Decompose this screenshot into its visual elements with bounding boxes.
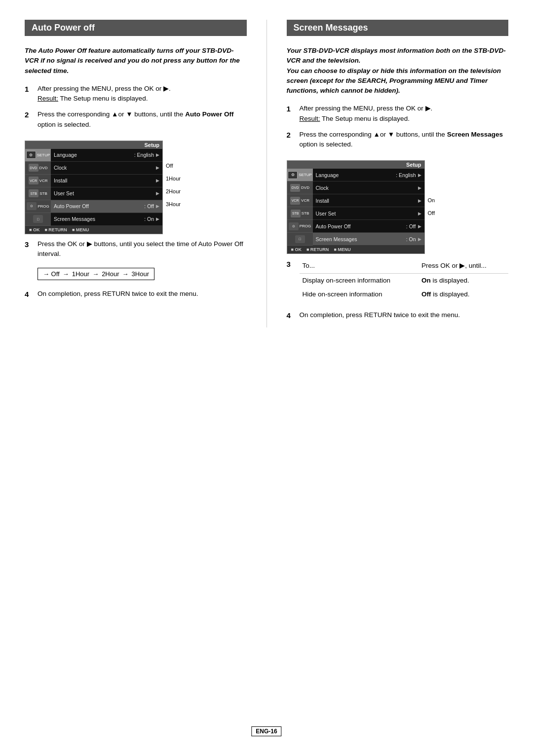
step-content: Press the corresponding ▲or ▼ buttons, u… bbox=[300, 130, 509, 150]
stb-icon-row: STB STB bbox=[25, 187, 51, 200]
vcr-icon-row: VCR VCR bbox=[287, 194, 313, 207]
setup-label: SETUP bbox=[299, 173, 312, 177]
step-result: Result: bbox=[38, 95, 58, 102]
setup-icon-row: ⚙ SETUP bbox=[287, 169, 313, 181]
prog-icon: ⊙ bbox=[289, 222, 299, 230]
menu-row-clock: Clock ▶ bbox=[51, 162, 162, 175]
menu-box: Setup ⚙ SETUP DVD DVD bbox=[287, 160, 425, 254]
label-3hour: 3Hour bbox=[166, 198, 181, 211]
vcr-icon: VCR bbox=[29, 177, 38, 184]
stb-icon-row: STB STB bbox=[287, 207, 313, 220]
arrow-off: → Off bbox=[43, 270, 60, 278]
dvd-label: DVD bbox=[39, 166, 48, 170]
menu-header: Setup bbox=[25, 141, 162, 149]
step-number: 4 bbox=[25, 289, 33, 300]
menu-row-language: Language : English ▶ bbox=[313, 169, 424, 181]
arrow-3hour: 3Hour bbox=[132, 270, 149, 278]
menu-row-install: Install ▶ bbox=[51, 175, 162, 187]
column-divider bbox=[266, 20, 267, 327]
left-menu-diagram: Setup ⚙ SETUP DVD DVD bbox=[25, 136, 247, 239]
stb-icon: STB bbox=[29, 189, 38, 197]
result-on: On is displayed. bbox=[419, 273, 508, 288]
menu-footer: ■ OK ■ RETURN ■ MENU bbox=[25, 226, 162, 234]
dvd-icon-row: DVD DVD bbox=[287, 181, 313, 194]
label-off: Off bbox=[166, 159, 181, 172]
right-intro: Your STB-DVD-VCR displays most informati… bbox=[287, 46, 509, 96]
step-number: 3 bbox=[25, 239, 33, 259]
extra-icon: □ bbox=[33, 215, 43, 223]
footer-ok: ■ OK bbox=[29, 227, 39, 232]
setup-icon: ⚙ bbox=[26, 151, 36, 159]
menu-box: Setup ⚙ SETUP DVD DVD bbox=[25, 141, 163, 234]
footer-menu: ■ MENU bbox=[334, 247, 350, 252]
menu-row-language: Language : English ▶ bbox=[51, 149, 162, 162]
label-off: Off bbox=[428, 207, 435, 219]
menu-icons: ⚙ SETUP DVD DVD VCR VCR bbox=[287, 169, 313, 246]
left-intro: The Auto Power Off feature automatically… bbox=[25, 46, 247, 76]
arrow-1hour: 1Hour bbox=[72, 270, 89, 278]
step-number: 3 bbox=[287, 259, 295, 307]
option-name: Screen Messages bbox=[447, 131, 503, 138]
info-table: To... Press OK or ▶, until... Display on… bbox=[300, 259, 509, 301]
table-header-row: To... Press OK or ▶, until... bbox=[300, 259, 509, 273]
step-content: Press the corresponding ▲or ▼ buttons, u… bbox=[38, 109, 247, 130]
menu-body: ⚙ SETUP DVD DVD VCR VCR bbox=[287, 169, 424, 246]
right-step-2: 2 Press the corresponding ▲or ▼ buttons,… bbox=[287, 130, 509, 150]
left-step-1: 1 After pressing the MENU, press the OK … bbox=[25, 84, 247, 104]
stb-label: STB bbox=[302, 211, 309, 216]
prog-icon-row: ⊙ PROG bbox=[287, 220, 313, 233]
menu-row-autopoweroff: Auto Power Off : Off ▶ bbox=[313, 220, 424, 233]
stb-icon: STB bbox=[291, 210, 301, 217]
menu-row-userset: User Set ▶ bbox=[313, 207, 424, 220]
prog-label: PROG bbox=[38, 204, 49, 209]
menu-icons: ⚙ SETUP DVD DVD VCR VCR bbox=[25, 149, 51, 226]
page-number: ENG-16 bbox=[251, 726, 281, 736]
menu-labels: Language : English ▶ Clock ▶ Install ▶ bbox=[313, 169, 424, 246]
vcr-icon-row: VCR VCR bbox=[25, 175, 51, 187]
left-column: Auto Power off The Auto Power Off featur… bbox=[25, 20, 247, 327]
setup-label: SETUP bbox=[37, 153, 50, 157]
step-number: 2 bbox=[287, 130, 295, 150]
dvd-icon: DVD bbox=[29, 164, 38, 172]
step-content: After pressing the MENU, press the OK or… bbox=[300, 104, 509, 124]
menu-footer: ■ OK ■ RETURN ■ MENU bbox=[287, 246, 424, 253]
label-1hour: 1Hour bbox=[166, 172, 181, 185]
dvd-label: DVD bbox=[301, 185, 309, 190]
on-bold: On bbox=[421, 277, 431, 284]
right-intro-text: Your STB-DVD-VCR displays most informati… bbox=[287, 47, 506, 94]
right-step-1: 1 After pressing the MENU, press the OK … bbox=[287, 104, 509, 124]
right-step-3: 3 To... Press OK or ▶, until... Display … bbox=[287, 259, 509, 307]
menu-labels: Language : English ▶ Clock ▶ Install ▶ bbox=[51, 149, 162, 226]
footer-return: ■ RETURN bbox=[306, 247, 329, 252]
extra-icon-row: □ bbox=[25, 213, 51, 226]
result-off: Off is displayed. bbox=[419, 288, 508, 301]
menu-row-install: Install ▶ bbox=[313, 194, 424, 207]
action-hide: Hide on-screen information bbox=[300, 288, 419, 301]
right-side-labels: On Off bbox=[428, 155, 435, 219]
right-step-4: 4 On completion, press RETURN twice to e… bbox=[287, 310, 509, 322]
right-section-header: Screen Messages bbox=[287, 20, 509, 36]
arrow-sep3: → bbox=[122, 270, 129, 278]
left-step-2: 2 Press the corresponding ▲or ▼ buttons,… bbox=[25, 109, 247, 130]
step-result-text: The Setup menu is displayed. bbox=[320, 115, 410, 122]
label-2hour: 2Hour bbox=[166, 185, 181, 198]
menu-row-screenmessages: Screen Messages : On ▶ bbox=[51, 213, 162, 226]
left-step-4: 4 On completion, press RETURN twice to e… bbox=[25, 289, 247, 300]
dvd-icon-row: DVD DVD bbox=[25, 162, 51, 175]
option-name: Auto Power Off bbox=[185, 110, 233, 118]
arrow-sep1: → bbox=[63, 270, 69, 278]
setup-icon-row: ⚙ SETUP bbox=[25, 149, 51, 162]
prog-icon: ⊙ bbox=[27, 202, 37, 210]
step-content: After pressing the MENU, press the OK or… bbox=[38, 84, 247, 104]
arrow-path-container: → Off → 1Hour → 2Hour → 3Hour bbox=[38, 265, 247, 283]
left-side-labels: Off 1Hour 2Hour 3Hour bbox=[166, 136, 181, 211]
left-step-3: 3 Press the OK or ▶ buttons, until you s… bbox=[25, 239, 247, 259]
stb-label: STB bbox=[39, 191, 47, 196]
step-content: Press the OK or ▶ buttons, until you sel… bbox=[38, 239, 247, 259]
prog-label: PROG bbox=[300, 224, 311, 228]
step-number: 2 bbox=[25, 109, 33, 130]
action-display: Display on-screen information bbox=[300, 273, 419, 288]
menu-row-autopoweroff: Auto Power Off : Off ▶ bbox=[51, 200, 162, 213]
prog-icon-row: ⊙ PROG bbox=[25, 200, 51, 213]
step-result-text: The Setup menu is displayed. bbox=[58, 95, 148, 102]
